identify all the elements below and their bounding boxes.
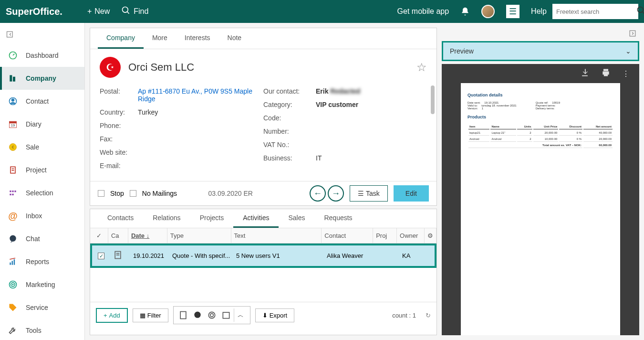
calendar-type-icon[interactable] xyxy=(219,308,233,322)
business-label: Business: xyxy=(263,154,316,162)
sidebar-item-service[interactable]: Service xyxy=(0,296,84,319)
wrench-icon xyxy=(8,325,18,336)
sidebar-item-chat[interactable]: Chat xyxy=(0,227,84,250)
sidebar-item-reports[interactable]: Reports xyxy=(0,250,84,273)
chevron-up-icon[interactable]: ︿ xyxy=(234,308,247,322)
sidebar-item-inbox[interactable]: @Inbox xyxy=(0,204,84,227)
download-icon[interactable] xyxy=(580,68,590,79)
sidebar-item-tools[interactable]: Tools xyxy=(0,319,84,340)
sidebar-item-company[interactable]: Company xyxy=(0,67,84,90)
add-button[interactable]: +Add xyxy=(96,308,128,323)
category-label: Category: xyxy=(263,101,316,108)
tab-interests[interactable]: Interests xyxy=(176,28,219,49)
topbar: SuperOffice. +New Find Get mobile app ☰ … xyxy=(0,0,644,23)
next-button[interactable]: → xyxy=(328,185,344,202)
search-icon xyxy=(636,6,644,17)
collapse-sidebar-icon[interactable] xyxy=(0,27,84,44)
sidebar-item-project[interactable]: Project xyxy=(0,159,84,181)
target-type-icon[interactable] xyxy=(205,308,218,322)
country-value: Turkey xyxy=(138,108,263,116)
doc-type-icon[interactable] xyxy=(177,308,190,322)
selection-icon xyxy=(8,188,18,198)
more-icon[interactable]: ⋮ xyxy=(622,69,630,78)
postal-value[interactable]: Ap #111-6870 Eu Av., P0W 9S5 Maple Ridge xyxy=(138,87,263,103)
edit-button[interactable]: Edit xyxy=(394,185,429,202)
main-tabs: Company More Interests Note xyxy=(90,28,436,49)
row-checkbox[interactable]: ✓ xyxy=(98,253,104,259)
print-icon[interactable] xyxy=(601,68,611,79)
sidebar-item-contact[interactable]: Contact xyxy=(0,90,84,113)
avatar[interactable] xyxy=(476,2,500,21)
filter-button[interactable]: ▦Filter xyxy=(133,308,168,322)
svg-rect-37 xyxy=(223,312,229,319)
sidebar-item-dashboard[interactable]: Dashboard xyxy=(0,44,84,67)
gauge-icon xyxy=(8,50,18,61)
svg-rect-20 xyxy=(14,191,16,192)
mobile-app-link[interactable]: Get mobile app xyxy=(392,4,455,19)
tab-note[interactable]: Note xyxy=(219,28,250,49)
help-link[interactable]: Help xyxy=(525,4,552,19)
expand-panel-icon[interactable] xyxy=(628,32,637,40)
svg-line-3 xyxy=(643,12,644,14)
row-owner: KA xyxy=(399,250,427,261)
tab-projects[interactable]: Projects xyxy=(190,209,234,228)
coin-icon: € xyxy=(8,142,18,152)
col-text[interactable]: Text xyxy=(231,228,322,243)
chat-type-icon[interactable] xyxy=(191,308,204,322)
svg-rect-33 xyxy=(180,312,186,319)
find-button[interactable]: Find xyxy=(115,3,154,20)
tab-more[interactable]: More xyxy=(144,28,176,49)
svg-text:€: € xyxy=(12,145,14,149)
export-button[interactable]: ⬇Export xyxy=(255,308,295,322)
chart-icon xyxy=(8,256,18,267)
sidebar: Dashboard Company Contact 19Diary €Sale … xyxy=(0,23,85,340)
tab-relations[interactable]: Relations xyxy=(143,209,190,228)
preview-panel: Preview ⌄ ⋮ Quotation details Date sent:… xyxy=(442,28,639,335)
count-label: count : 1 xyxy=(392,312,416,319)
gear-icon[interactable]: ⚙ xyxy=(425,228,436,243)
new-button[interactable]: +New xyxy=(82,4,115,19)
grid-header: ✓ Ca Date ↓ Type Text Contact Proj Owner… xyxy=(90,228,436,244)
svg-rect-26 xyxy=(14,259,15,265)
target-icon xyxy=(8,279,18,290)
app-menu-icon[interactable]: ☰ xyxy=(500,2,525,21)
logo[interactable]: SuperOffice. xyxy=(6,6,62,17)
refresh-icon[interactable]: ↻ xyxy=(426,312,431,319)
scrollbar[interactable] xyxy=(431,85,435,114)
col-contact[interactable]: Contact xyxy=(322,228,373,243)
tab-sales[interactable]: Sales xyxy=(279,209,314,228)
grid-icon: ▦ xyxy=(140,312,145,319)
stop-checkbox[interactable] xyxy=(98,190,104,197)
plus-icon: + xyxy=(87,7,92,16)
no-mailings-checkbox[interactable] xyxy=(130,190,136,197)
sidebar-item-diary[interactable]: 19Diary xyxy=(0,113,84,136)
favorite-icon[interactable]: ☆ xyxy=(416,61,427,74)
col-check[interactable]: ✓ xyxy=(90,228,108,243)
col-owner[interactable]: Owner xyxy=(397,228,425,243)
tab-company[interactable]: Company xyxy=(98,28,144,49)
building-icon xyxy=(8,73,18,84)
fax-label: Fax: xyxy=(100,135,138,143)
sidebar-item-sale[interactable]: €Sale xyxy=(0,136,84,159)
col-cat[interactable]: Ca xyxy=(108,228,128,243)
preview-dropdown[interactable]: Preview ⌄ xyxy=(442,41,639,61)
sidebar-item-marketing[interactable]: Marketing xyxy=(0,273,84,296)
tab-requests[interactable]: Requests xyxy=(314,209,362,228)
search-input[interactable] xyxy=(552,4,638,19)
col-type[interactable]: Type xyxy=(167,228,231,243)
col-proj[interactable]: Proj xyxy=(373,228,397,243)
task-button[interactable]: ☰Task xyxy=(350,185,388,202)
timestamp: 03.09.2020 ER xyxy=(208,190,253,197)
stop-label: Stop xyxy=(110,190,124,197)
chevron-down-icon: ⌄ xyxy=(625,47,631,55)
tab-contacts[interactable]: Contacts xyxy=(98,209,143,228)
col-date[interactable]: Date ↓ xyxy=(128,228,167,243)
prev-button[interactable]: ← xyxy=(310,185,326,202)
notifications-icon[interactable] xyxy=(455,4,476,19)
row-date: 19.10.2021 xyxy=(130,250,169,261)
table-row[interactable]: ✓ 19.10.2021 Quote - With specif... 5 Ne… xyxy=(91,244,436,267)
tab-activities[interactable]: Activities xyxy=(233,209,279,228)
company-name: Orci Sem LLC xyxy=(128,61,409,74)
sidebar-item-selection[interactable]: Selection xyxy=(0,181,84,204)
sub-tabs: Contacts Relations Projects Activities S… xyxy=(90,209,436,228)
